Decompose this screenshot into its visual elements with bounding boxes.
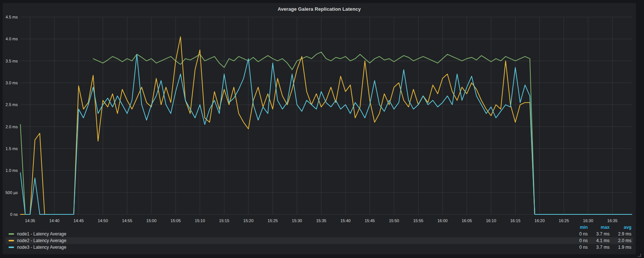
y-axis-tick-label: 4.0 ms (6, 37, 18, 41)
graph-panel: Average Galera Replication Latency 4.5 m… (3, 3, 636, 254)
x-axis-tick-label: 14:50 (98, 218, 108, 223)
y-axis: 4.5 ms4.0 ms3.5 ms3.0 ms2.5 ms2.0 ms1.5 … (6, 15, 18, 217)
legend-stat-avg-node3: 1.9 ms (610, 245, 631, 250)
y-axis-tick-label: 4.5 ms (6, 15, 18, 19)
legend-stat-max-node3: 3.7 ms (588, 245, 610, 250)
legend-item-node1: node1 - Latency Average 0 ns 3.7 ms 2.9 … (6, 231, 633, 237)
series-line-node3 (20, 54, 632, 214)
x-axis-tick-label: 15:55 (413, 218, 424, 223)
x-axis-tick-label: 15:40 (340, 218, 351, 223)
x-axis-tick-label: 15:05 (171, 218, 181, 223)
legend-stat-min-node1: 0 ns (566, 231, 588, 237)
x-axis-tick-label: 14:55 (122, 218, 133, 223)
legend-stat-avg-node1: 2.9 ms (610, 231, 631, 237)
legend-item-label-node3[interactable]: node3 - Latency Average (17, 245, 66, 250)
legend-color-swatch-node3[interactable] (9, 247, 14, 248)
x-axis-tick-label: 15:35 (316, 218, 327, 223)
x-axis-tick-label: 14:35 (25, 218, 35, 223)
legend-color-swatch-node1[interactable] (9, 233, 14, 235)
legend-item-node3: node3 - Latency Average 0 ns 3.7 ms 1.9 … (6, 244, 633, 251)
y-axis-tick-label: 2.5 ms (6, 102, 18, 107)
x-axis-tick-label: 16:00 (437, 218, 448, 223)
legend-stat-header-min[interactable]: min (566, 225, 588, 230)
series-line-node2 (20, 37, 632, 214)
legend-stat-avg-node2: 2.0 ms (610, 238, 631, 243)
x-axis-tick-label: 16:15 (510, 218, 521, 223)
x-axis-tick-label: 15:25 (268, 218, 278, 223)
x-axis-tick-label: 16:20 (534, 218, 545, 223)
legend-stat-max-node2: 4.1 ms (588, 238, 610, 243)
x-axis-tick-label: 14:40 (49, 218, 60, 223)
graph-canvas[interactable]: 4.5 ms4.0 ms3.5 ms3.0 ms2.5 ms2.0 ms1.5 … (3, 3, 636, 254)
panel-resize-handle[interactable] (637, 253, 641, 257)
legend-stat-header-avg[interactable]: avg (610, 225, 631, 230)
x-axis-tick-label: 16:10 (486, 218, 496, 223)
x-axis-tick-label: 16:30 (583, 218, 593, 223)
y-axis-tick-label: 500 µs (6, 190, 18, 195)
x-axis-tick-label: 16:05 (462, 218, 472, 223)
y-axis-tick-label: 1.0 ms (6, 168, 18, 173)
x-axis-tick-label: 14:45 (73, 218, 84, 223)
x-axis-tick-label: 15:50 (389, 218, 399, 223)
x-axis-tick-label: 15:10 (195, 218, 205, 223)
legend-item-node2: node2 - Latency Average 0 ns 4.1 ms 2.0 … (6, 237, 633, 244)
x-axis-tick-label: 16:25 (559, 218, 569, 223)
y-axis-tick-label: 0 ns (10, 212, 18, 217)
x-axis-tick-label: 15:20 (243, 218, 254, 223)
legend-stat-max-node1: 3.7 ms (588, 231, 610, 237)
x-axis-tick-label: 16:35 (607, 218, 618, 223)
legend-stat-min-node3: 0 ns (566, 245, 588, 250)
x-axis-tick-label: 15:15 (219, 218, 230, 223)
legend-stat-header-max[interactable]: max (588, 225, 610, 230)
legend-stats-header-row: min max avg (6, 224, 633, 231)
panel-title[interactable]: Average Galera Replication Latency (3, 6, 636, 12)
graph-legend: min max avg node1 - Latency Average 0 ns… (6, 224, 633, 251)
y-axis-tick-label: 3.0 ms (6, 81, 18, 85)
y-axis-tick-label: 3.5 ms (6, 59, 18, 63)
legend-stat-min-node2: 0 ns (566, 238, 588, 243)
y-axis-tick-label: 1.5 ms (6, 146, 18, 151)
x-axis-tick-label: 15:00 (146, 218, 157, 223)
grid-lines (20, 17, 632, 214)
legend-color-swatch-node2[interactable] (9, 240, 14, 241)
legend-item-label-node2[interactable]: node2 - Latency Average (17, 238, 66, 243)
x-axis-tick-label: 15:30 (292, 218, 302, 223)
x-axis-tick-label: 15:45 (365, 218, 375, 223)
y-axis-tick-label: 2.0 ms (6, 125, 18, 129)
series-line-node1 (20, 52, 632, 214)
x-axis: 14:3514:4014:4514:5014:5515:0015:0515:10… (25, 218, 617, 223)
legend-item-label-node1[interactable]: node1 - Latency Average (17, 231, 66, 237)
